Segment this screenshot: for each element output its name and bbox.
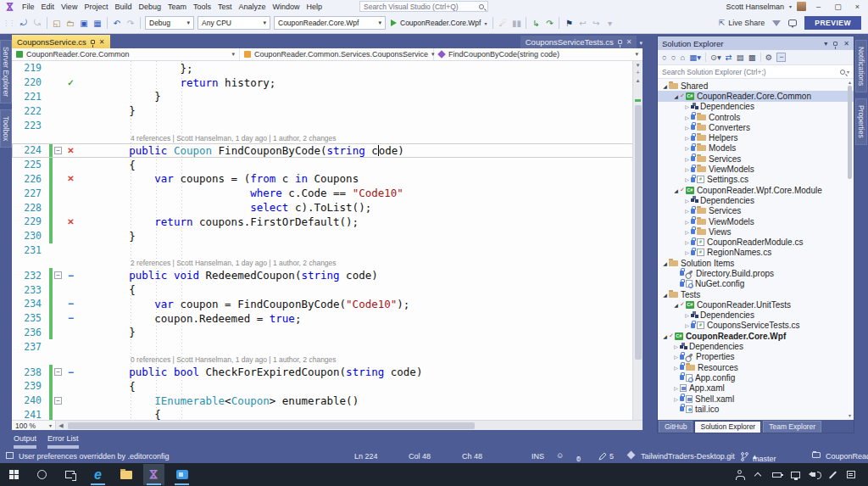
sidebar-tab-notifications[interactable]: Notifications xyxy=(855,40,867,92)
breadcrumb-member-select[interactable]: FindCouponByCode(string code) ▾ xyxy=(434,48,643,60)
editor-vertical-scrollbar[interactable]: ▾ + ▴ xyxy=(632,61,643,420)
menu-edit[interactable]: Edit xyxy=(38,3,58,11)
toolbar-overflow-icon[interactable]: ▾ xyxy=(604,17,615,29)
step-into-icon[interactable]: ↳ xyxy=(530,17,542,29)
tree-item-shared[interactable]: ◢Shared xyxy=(658,81,854,91)
pause-icon[interactable]: ▮▮ xyxy=(510,17,522,29)
tree-expand-icon[interactable]: ▷ xyxy=(672,385,680,391)
menu-test[interactable]: Test xyxy=(214,3,236,11)
code-editor[interactable]: 219 };220✓ return history;221 }222 }2234… xyxy=(12,61,643,420)
pending-edits-count[interactable]: 5 xyxy=(609,452,614,461)
code-text[interactable]: return coupons.FirstOrDefault(); xyxy=(78,215,359,228)
tree-item-models[interactable]: ▷Models xyxy=(658,143,854,154)
code-text[interactable]: } xyxy=(78,90,161,103)
scrollbar-thumb[interactable] xyxy=(635,105,642,360)
code-text[interactable]: coupon.Redeemed = true; xyxy=(78,312,301,325)
collapse-region-icon[interactable]: − xyxy=(54,271,62,279)
fold-margin[interactable]: − xyxy=(53,397,64,405)
code-text[interactable]: public Coupon FindCouponByCode(string co… xyxy=(78,144,404,157)
test-status-fail-icon[interactable]: ✕ xyxy=(64,174,78,183)
window-position-icon[interactable]: ▾ xyxy=(824,40,827,47)
screen-share-button[interactable] xyxy=(171,464,192,485)
code-line-219[interactable]: 219 }; xyxy=(12,61,643,75)
code-line-229[interactable]: 229✕ return coupons.FirstOrDefault(); xyxy=(12,215,643,229)
menu-team[interactable]: Team xyxy=(164,3,190,11)
panel-tab-solution-explorer[interactable]: Solution Explorer xyxy=(694,421,761,433)
code-text[interactable]: { xyxy=(78,159,136,171)
tree-expand-icon[interactable]: ▷ xyxy=(683,229,691,235)
code-line-222[interactable]: 222 } xyxy=(12,103,643,118)
tree-item-services[interactable]: ▷Services xyxy=(658,154,854,164)
test-status-skip-icon[interactable]: − xyxy=(64,270,78,282)
tray-expand-icon[interactable] xyxy=(753,470,763,480)
tree-item-couponsservicetests-cs[interactable]: ▷#CouponsServiceTests.cs xyxy=(658,321,854,331)
code-line-220[interactable]: 220✓ return history; xyxy=(12,75,643,90)
tree-item-views[interactable]: ▷Views xyxy=(658,226,854,237)
code-text[interactable]: { xyxy=(78,380,136,393)
tree-collapse-icon[interactable]: ◢ xyxy=(661,260,669,266)
pending-changes-filter-icon[interactable]: ⊙▾ xyxy=(710,53,721,62)
sidebar-tab-toolbox[interactable]: Toolbox xyxy=(0,109,12,148)
tree-item-converters[interactable]: ▷Converters xyxy=(658,122,854,132)
prev-bookmark-icon[interactable]: ↩ xyxy=(576,17,588,29)
status-column[interactable]: Col 48 xyxy=(409,452,431,461)
tree-item-tests[interactable]: ◢Tests xyxy=(658,289,854,299)
code-text[interactable]: where c.Code == "Code10" xyxy=(78,187,403,199)
tree-item-settings-cs[interactable]: ▷#Settings.cs xyxy=(658,175,854,185)
menu-tools[interactable]: Tools xyxy=(190,3,214,11)
menu-window[interactable]: Window xyxy=(270,3,303,11)
code-text[interactable]: { xyxy=(78,408,161,420)
tree-item-app-config[interactable]: App.config xyxy=(658,372,854,383)
code-text[interactable]: IEnumerable<Coupon> enumerable() xyxy=(78,394,359,407)
code-line-234[interactable]: 234− var coupon = FindCouponByCode("Code… xyxy=(12,297,643,311)
code-text[interactable]: public bool CheckForExpiredCoupon(string… xyxy=(78,366,422,378)
code-line-241[interactable]: 241 { xyxy=(12,408,643,420)
tab-error-list[interactable]: Error List xyxy=(47,434,79,449)
tree-item-viewmodels[interactable]: ▷ViewModels xyxy=(658,216,854,226)
show-all-files-icon[interactable]: ⚙ xyxy=(765,53,773,62)
code-text[interactable]: var coupon = FindCouponByCode("Code10"); xyxy=(78,298,409,310)
refresh-icon[interactable]: ▤ xyxy=(737,53,744,62)
tree-item-dependencies[interactable]: ▷Dependencies xyxy=(658,341,854,351)
tree-expand-icon[interactable]: ▷ xyxy=(683,219,691,225)
code-line-233[interactable]: 233 { xyxy=(12,282,643,297)
visual-studio-button[interactable]: ⋈ xyxy=(143,464,164,485)
tree-item-couponreadermodule-cs[interactable]: ▷#CouponReaderModule.cs xyxy=(658,237,854,247)
tree-item-directory-build-props[interactable]: Directory.Build.props xyxy=(658,268,854,278)
tree-item-nuget-config[interactable]: NuGet.config xyxy=(658,279,854,289)
code-text[interactable]: } xyxy=(78,230,136,243)
tree-item-properties[interactable]: ▷Properties xyxy=(658,352,854,362)
code-line-240[interactable]: 240− IEnumerable<Coupon> enumerable() xyxy=(12,394,643,408)
code-line-231[interactable]: 231 xyxy=(12,243,643,258)
collapse-region-icon[interactable]: − xyxy=(54,147,62,154)
code-line-225[interactable]: 225 { xyxy=(12,158,643,172)
preview-badge-button[interactable]: PREVIEW xyxy=(804,16,861,30)
close-tab-icon[interactable]: ✕ xyxy=(626,38,632,46)
startup-project-select[interactable]: CouponReader.Core.Wpf▾ xyxy=(274,16,386,30)
tree-collapse-icon[interactable]: ◢ xyxy=(661,83,669,89)
code-text[interactable]: } xyxy=(78,326,136,338)
switch-views-icon[interactable]: ▦▾ xyxy=(689,53,701,62)
code-line-226[interactable]: 226✕ var coupons = (from c in Coupons xyxy=(12,172,643,187)
tree-collapse-icon[interactable]: ◢ xyxy=(661,333,669,339)
search-visual-studio-input[interactable]: Search Visual Studio (Ctrl+Q) xyxy=(359,1,488,12)
code-line-235[interactable]: 235− coupon.Redeemed = true; xyxy=(12,311,643,326)
forward-icon[interactable]: ○ xyxy=(671,53,676,62)
code-text[interactable]: return history; xyxy=(78,76,275,89)
navigate-back-icon[interactable]: ⤾ xyxy=(18,17,30,29)
menu-build[interactable]: Build xyxy=(111,3,135,11)
pencil-icon[interactable] xyxy=(598,452,607,461)
open-folder-icon[interactable]: 🗀 xyxy=(64,17,76,29)
tree-item-solution-items[interactable]: ◢Solution Items xyxy=(658,258,854,268)
people-icon[interactable] xyxy=(734,470,744,480)
volume-icon[interactable] xyxy=(809,470,819,480)
branch-name[interactable]: master ▴ xyxy=(753,452,757,461)
tab-output[interactable]: Output xyxy=(14,434,36,449)
menu-project[interactable]: Project xyxy=(81,3,111,11)
close-panel-icon[interactable]: ✕ xyxy=(843,40,849,47)
editor-horizontal-scrollbar[interactable]: 100 % ▾ ◀ xyxy=(12,420,643,430)
code-line-224[interactable]: 224−✕ public Coupon FindCouponByCode(str… xyxy=(12,143,643,158)
tree-expand-icon[interactable]: ▷ xyxy=(683,166,691,172)
tree-expand-icon[interactable]: ▷ xyxy=(683,135,691,141)
user-dropdown-icon[interactable]: ▾ xyxy=(789,3,792,9)
